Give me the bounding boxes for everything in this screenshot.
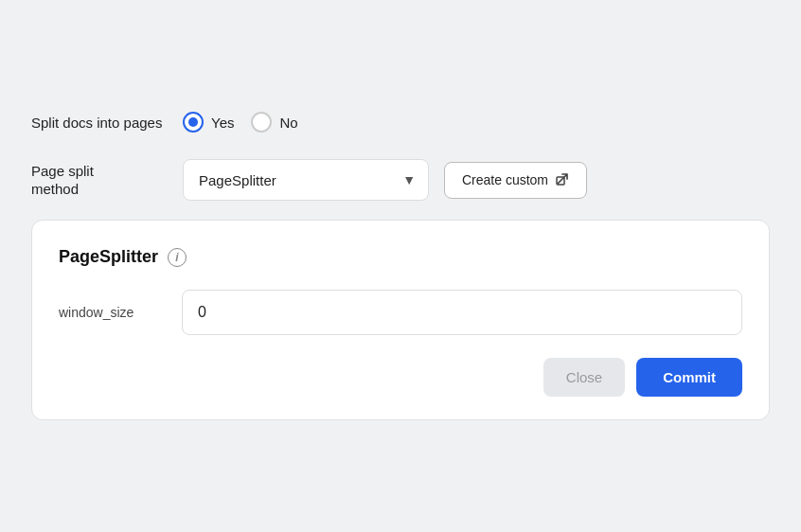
card-title-row: PageSplitter i <box>59 247 742 267</box>
split-docs-row: Split docs into pages Yes No <box>31 112 770 133</box>
radio-yes-circle[interactable] <box>183 112 204 133</box>
create-custom-button[interactable]: Create custom <box>444 162 587 199</box>
radio-yes-label: Yes <box>211 115 234 131</box>
window-size-label: window_size <box>59 305 182 320</box>
radio-no-circle[interactable] <box>251 112 272 133</box>
radio-no-label: No <box>279 115 297 131</box>
commit-button[interactable]: Commit <box>636 358 742 397</box>
radio-yes[interactable]: Yes <box>183 112 234 133</box>
card-title: PageSplitter <box>59 247 158 267</box>
pagesplitter-card: PageSplitter i window_size Close Commit <box>31 220 770 420</box>
create-custom-label: Create custom <box>462 172 548 187</box>
radio-no[interactable]: No <box>251 112 297 133</box>
split-docs-label: Split docs into pages <box>31 115 183 131</box>
info-icon[interactable]: i <box>168 248 187 267</box>
method-row: Page splitmethod PageSplitter Custom ▼ C… <box>31 159 770 201</box>
radio-group: Yes No <box>183 112 298 133</box>
close-button[interactable]: Close <box>543 358 625 397</box>
method-select-wrapper: PageSplitter Custom ▼ <box>183 159 429 201</box>
window-size-input[interactable] <box>182 290 742 335</box>
method-label: Page splitmethod <box>31 162 183 199</box>
button-row: Close Commit <box>59 358 742 397</box>
external-link-icon <box>556 172 569 188</box>
main-container: Split docs into pages Yes No Page splitm… <box>12 83 789 449</box>
window-size-row: window_size <box>59 290 742 335</box>
method-select[interactable]: PageSplitter Custom <box>183 159 429 201</box>
